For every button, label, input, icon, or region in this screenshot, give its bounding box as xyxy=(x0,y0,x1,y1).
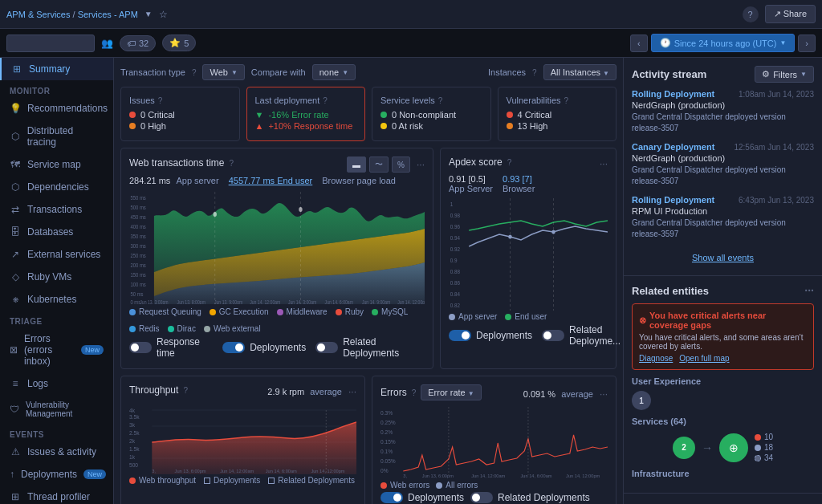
sidebar-item-logs[interactable]: ≡ Logs xyxy=(0,372,113,395)
more-icon-wt[interactable]: ··· xyxy=(417,159,425,170)
more-icon-errors[interactable]: ··· xyxy=(600,388,608,400)
infrastructure-title: Infrastructure xyxy=(632,469,814,478)
sidebar-item-recommendations[interactable]: 💡 Recommendations xyxy=(0,97,113,120)
main-content: Transaction type ? Web ▼ Compare with no… xyxy=(114,58,623,504)
sidebar-item-external-services[interactable]: ↗ External services xyxy=(0,243,113,266)
svg-text:0.1%: 0.1% xyxy=(380,449,393,454)
compare-none-button[interactable]: none ▼ xyxy=(312,64,356,80)
chevron-down-icon-2: ▼ xyxy=(342,69,348,76)
more-icon-entities[interactable]: ··· xyxy=(804,284,814,297)
sidebar-item-errors-inbox[interactable]: ⊠ Errors (errors inbox) New xyxy=(0,327,113,372)
sidebar-item-dependencies[interactable]: ⬡ Dependencies xyxy=(0,176,113,198)
svg-text:Jun 14, 12:00pm: Jun 14, 12:00pm xyxy=(397,299,425,304)
activity-item-3-type: Rolling Deployment xyxy=(632,195,714,205)
time-nav-next[interactable]: › xyxy=(798,35,816,52)
share-button[interactable]: ↗ Share xyxy=(765,5,816,23)
time-selector: ‹ 🕐 Since 24 hours ago (UTC) ▼ › xyxy=(630,34,816,52)
activity-item-1-type: Rolling Deployment xyxy=(632,89,714,99)
sidebar-item-deployments[interactable]: ↑ Deployments New xyxy=(0,463,113,486)
show-all-events-link[interactable]: Show all events xyxy=(632,248,814,267)
help-icon[interactable]: ? xyxy=(743,6,759,22)
middleware-dot xyxy=(277,309,283,315)
apdex-deployments-toggle[interactable] xyxy=(449,330,471,341)
service-levels-card: Service levels ? 0 Non-compliant 0 At ri… xyxy=(372,87,491,141)
errors-deployments-toggle-row: Deployments xyxy=(380,492,464,503)
sidebar-item-summary[interactable]: ⊞ Summary xyxy=(0,58,113,80)
sidebar-item-issues[interactable]: ⚠ Issues & activity xyxy=(0,441,113,463)
errors-chart: Errors ? Error rate ▼ 0.091 % average xyxy=(372,376,616,504)
filter-pill-star[interactable]: ⭐ 5 xyxy=(162,35,196,51)
all-instances-button[interactable]: All Instances ▼ xyxy=(543,64,616,80)
sidebar-item-transactions[interactable]: ⇄ Transactions xyxy=(0,198,113,221)
throughput-chart: Throughput ? 2.9 k rpm average ··· xyxy=(120,376,365,504)
activity-item-1-time: 1:08am Jun 14, 2023 xyxy=(739,90,814,99)
svg-text:3.5k: 3.5k xyxy=(129,414,140,420)
search-bar: 👥 🏷 32 ⭐ 5 ‹ 🕐 Since 24 hours ago (UTC) … xyxy=(0,29,822,58)
critical-dot xyxy=(129,112,136,118)
open-full-map-link[interactable]: Open full map xyxy=(679,354,729,363)
time-range-button[interactable]: 🕐 Since 24 hours ago (UTC) ▼ xyxy=(651,34,796,52)
activity-item-3-header: Rolling Deployment 6:43pm Jun 13, 2023 xyxy=(632,195,814,205)
star-icon[interactable]: ☆ xyxy=(159,9,168,20)
more-icon-apdex[interactable]: ··· xyxy=(600,158,608,169)
svg-text:250 ms: 250 ms xyxy=(130,252,146,258)
svg-text:2k: 2k xyxy=(129,438,136,444)
sidebar-item-kubernetes[interactable]: ⎈ Kubernetes xyxy=(0,288,113,311)
breadcrumb-link-1[interactable]: APM & Services xyxy=(6,10,70,19)
help-icon-wt: ? xyxy=(230,159,234,168)
deployments-toggle-label: Deployments xyxy=(250,342,306,353)
service-num-badges: 10 18 34 xyxy=(755,433,773,462)
svg-text:0.3%: 0.3% xyxy=(380,410,393,416)
errors-legend: Web errors All errors xyxy=(380,481,608,490)
sidebar-item-distributed-tracing[interactable]: ⬡ Distributed tracing xyxy=(0,120,113,153)
web-transactions-legend: Request Queuing GC Execution Middleware xyxy=(129,307,425,333)
sidebar-item-databases[interactable]: 🗄 Databases xyxy=(0,221,113,243)
sidebar-item-service-map[interactable]: 🗺 Service map xyxy=(0,153,113,176)
svg-text:Jun 14, 12:00am: Jun 14, 12:00am xyxy=(220,469,254,474)
apdex-related-toggle[interactable] xyxy=(542,330,564,341)
legend-throughput-related-deployments: Related Deployments xyxy=(268,476,355,485)
error-rate-button[interactable]: Error rate ▼ xyxy=(421,384,481,400)
bottom-charts: Throughput ? 2.9 k rpm average ··· xyxy=(120,376,616,504)
errors-deployments-toggle[interactable] xyxy=(380,492,403,503)
time-nav-prev[interactable]: ‹ xyxy=(630,35,648,52)
activity-filters-button[interactable]: ⚙ Filters ▼ xyxy=(755,66,814,83)
line-chart-tool[interactable]: 〜 xyxy=(369,156,389,173)
bar-chart-tool[interactable]: ▬ xyxy=(347,156,366,173)
diagnose-link[interactable]: Diagnose xyxy=(639,354,673,363)
svg-text:0.94: 0.94 xyxy=(450,235,461,241)
svg-text:Jun 14, 12:00pm: Jun 14, 12:00pm xyxy=(566,474,600,478)
apdex-related-toggle-row: Related Deployme... xyxy=(542,324,621,347)
filter-bar: Transaction type ? Web ▼ Compare with no… xyxy=(120,64,616,80)
dropdown-arrow-icon[interactable]: ▼ xyxy=(144,10,153,18)
more-icon-throughput[interactable]: ··· xyxy=(348,386,356,397)
breadcrumb-link-2[interactable]: Services - APM xyxy=(78,10,138,19)
ruby-dot xyxy=(336,309,342,315)
related-deployments-toggle[interactable] xyxy=(315,342,338,353)
tag-icon: 🏷 xyxy=(127,39,136,48)
svg-text:1: 1 xyxy=(450,201,454,207)
sidebar-item-ruby-vms[interactable]: ◇ Ruby VMs xyxy=(0,266,113,288)
sidebar-item-thread-profiler[interactable]: ⊞ Thread profiler xyxy=(0,486,113,504)
search-input[interactable] xyxy=(6,35,95,52)
app-server-legend-dot xyxy=(449,314,455,320)
errors-related-toggle[interactable] xyxy=(470,492,493,503)
request-queuing-dot xyxy=(129,309,136,315)
web-filter-button[interactable]: Web ▼ xyxy=(202,64,244,80)
svg-text:500: 500 xyxy=(129,462,138,468)
svg-point-14 xyxy=(214,212,217,217)
breadcrumb: APM & Services / Services - APM xyxy=(6,10,138,19)
web-transactions-chart: Web transactions time ? ▬ 〜 % ··· xyxy=(120,148,433,369)
chart-tools: ▬ 〜 % xyxy=(347,156,410,173)
activity-item-1-desc: Grand Central Dispatcher deployed versio… xyxy=(632,112,814,134)
errors-related-label: Related Deployments xyxy=(498,492,590,503)
response-time-toggle[interactable] xyxy=(129,342,152,353)
sidebar-item-vulnerability[interactable]: 🛡 Vulnerability Management xyxy=(0,395,113,424)
end-user-value[interactable]: 4557.77 ms End user xyxy=(229,176,313,185)
chevron-down-icon-3: ▼ xyxy=(603,70,609,77)
filter-pill-count[interactable]: 🏷 32 xyxy=(120,35,156,51)
percent-chart-tool[interactable]: % xyxy=(392,156,410,173)
help-icon-apdex: ? xyxy=(507,158,512,167)
deployments-toggle[interactable] xyxy=(222,342,245,353)
summary-icon: ⊞ xyxy=(11,63,22,75)
